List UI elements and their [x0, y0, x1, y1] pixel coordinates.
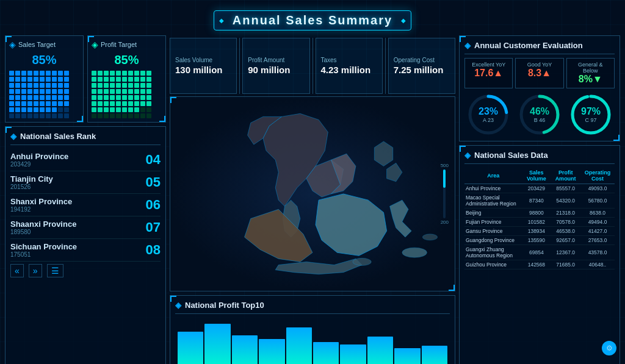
- bar-col-3: [259, 339, 284, 364]
- list-button[interactable]: ☰: [47, 264, 63, 277]
- eval-circle-item: 46% B 46: [518, 93, 561, 136]
- svg-point-2: [402, 248, 427, 257]
- targets-row: ◈ Sales Target 85% ◈ Profit Target 85%: [5, 35, 166, 123]
- sales-grid: [9, 71, 79, 118]
- bar-col-2: [232, 335, 258, 364]
- map-scale: 500 200: [441, 163, 449, 225]
- metric-card-2: Taxes4.23 million: [316, 38, 383, 94]
- right-panel: ◈ Annual Customer Evaluation Excellent Y…: [455, 35, 620, 364]
- bar-chart-panel: ◈ National Profit Top10 Hong Kon..Guangd…: [170, 295, 455, 364]
- table-row: Beijing9880021318.08638.0: [464, 209, 615, 218]
- sales-rank-panel: ◈ National Sales Rank Anhui Province 203…: [5, 126, 166, 364]
- profit-target-box: ◈ Profit Target 85%: [87, 35, 166, 123]
- metric-card-3: Operating Cost7.25 million: [388, 38, 455, 94]
- bar-chart-header: ◈ National Profit Top10: [175, 301, 450, 314]
- eval-yoy-row: Excellent YoY 17.6▲ Good YoY 8.3▲ Genera…: [464, 58, 615, 88]
- table-row: Gansu Province13893446538.041427.0: [464, 227, 615, 236]
- svg-point-1: [353, 258, 371, 265]
- settings-button[interactable]: ⚙: [602, 341, 616, 355]
- map-container: 500 200: [170, 96, 455, 291]
- sales-rank-header: ◈ National Sales Rank: [10, 132, 161, 145]
- map-svg: [170, 97, 455, 291]
- bar-col-4: [286, 327, 312, 364]
- sales-target-box: ◈ Sales Target 85%: [5, 35, 84, 123]
- metric-card-0: Sales Volume130 million: [170, 38, 237, 94]
- bar-col-5: [313, 342, 339, 364]
- customer-eval-panel: ◈ Annual Customer Evaluation Excellent Y…: [459, 35, 620, 141]
- bar-col-9: [422, 346, 447, 364]
- svg-point-3: [422, 234, 437, 240]
- rank-item: Anhui Province 203429 04: [10, 149, 161, 171]
- table-row: Macao Special Administrative Region87340…: [464, 193, 615, 209]
- metrics-bar: Sales Volume130 millionProfit Amount90 m…: [170, 35, 455, 96]
- bar-col-0: [178, 332, 203, 364]
- table-row: Guangxi Zhuang Autonomous Region69854123…: [464, 245, 615, 260]
- prev-button[interactable]: «: [10, 264, 24, 277]
- bar-col-1: [204, 324, 230, 364]
- bar-col-7: [367, 337, 393, 364]
- data-table: AreaSales VolumeProfit AmountOperating C…: [464, 168, 615, 269]
- bar-col-8: [394, 348, 420, 364]
- nav-controls: « » ☰: [10, 262, 161, 277]
- eval-circles-row: 23% A 23 46% B 46 97% C 97: [464, 93, 615, 136]
- yoy-card: Excellent YoY 17.6▲: [464, 58, 513, 88]
- left-panel: ◈ Sales Target 85% ◈ Profit Target 85%: [5, 35, 170, 364]
- table-row: Fujian Province10158270578.049494.0: [464, 218, 615, 227]
- rank-item: Shaanxi Province 189580 07: [10, 216, 161, 239]
- national-data-header: ◈ National Sales Data: [464, 151, 615, 164]
- profit-target-pct: 85%: [92, 52, 162, 68]
- header: Annual Sales Summary: [5, 5, 620, 35]
- profit-target-title: ◈ Profit Target: [92, 40, 162, 49]
- eval-circle-item: 23% A 23: [467, 93, 510, 136]
- bar-chart-inner: [175, 318, 450, 364]
- page-title: Annual Sales Summary: [233, 13, 392, 27]
- national-data-panel: ◈ National Sales Data AreaSales VolumePr…: [459, 145, 620, 364]
- yoy-card: General & Below 8%▼: [566, 58, 615, 88]
- customer-eval-header: ◈ Annual Customer Evaluation: [464, 41, 615, 54]
- table-row: Guizhou Province14256871685.040648..: [464, 260, 615, 269]
- eval-circle-item: 97% C 97: [569, 93, 612, 136]
- table-row: Anhui Province20342985557.049093.0: [464, 184, 615, 193]
- next-button[interactable]: »: [29, 264, 42, 277]
- rank-list: Anhui Province 203429 04 Tianjin City 20…: [10, 149, 161, 262]
- profit-grid: [92, 71, 162, 118]
- table-row: Guangdong Province13559092657.027653.0: [464, 236, 615, 245]
- header-title-box: Annual Sales Summary: [214, 10, 411, 30]
- sales-target-title: ◈ Sales Target: [9, 40, 79, 49]
- rank-item: Tianjin City 201526 05: [10, 171, 161, 194]
- sales-target-pct: 85%: [9, 52, 79, 68]
- metric-card-1: Profit Amount90 million: [242, 38, 309, 94]
- rank-item: Sichuan Province 175051 08: [10, 239, 161, 262]
- scale-bar: [443, 170, 446, 218]
- yoy-card: Good YoY 8.3▲: [515, 58, 563, 88]
- bar-col-6: [340, 344, 366, 364]
- center-panel: 500 200 ◈ National Profit Top10 Hong Kon…: [170, 96, 455, 364]
- rank-item: Shanxi Province 194192 06: [10, 194, 161, 216]
